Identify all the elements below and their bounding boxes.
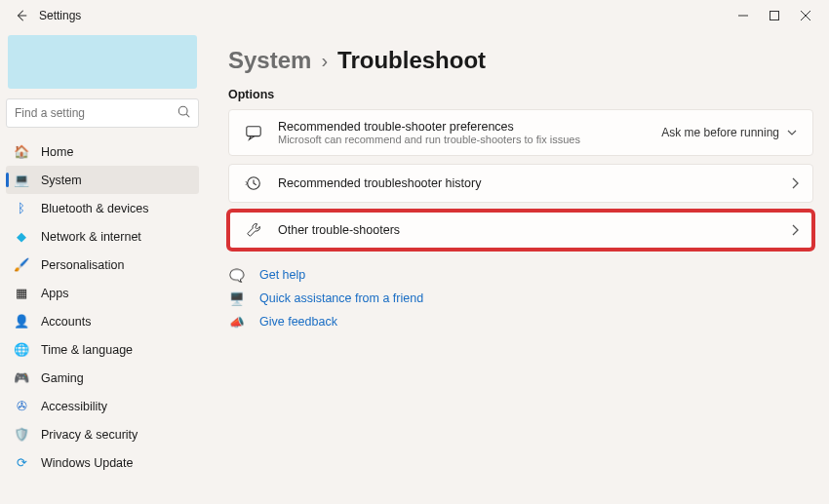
card-preferences[interactable]: Recommended trouble-shooter preferences … xyxy=(228,109,813,156)
nav-apps[interactable]: ▦Apps xyxy=(6,279,199,307)
accounts-icon: 👤 xyxy=(14,314,29,330)
shield-icon: 🛡️ xyxy=(14,427,29,443)
nav-system[interactable]: 💻System xyxy=(6,166,199,194)
maximize-button[interactable] xyxy=(759,0,790,31)
svg-point-4 xyxy=(178,106,187,115)
section-options-label: Options xyxy=(228,88,813,101)
card-title: Other trouble-shooters xyxy=(278,223,777,237)
back-arrow-icon xyxy=(15,9,28,22)
nav-label: System xyxy=(41,174,82,187)
main-content: System › Troubleshoot Options Recommende… xyxy=(205,31,829,504)
nav-personalisation[interactable]: 🖌️Personalisation xyxy=(6,251,199,279)
page-title: Troubleshoot xyxy=(337,47,486,74)
preferences-dropdown[interactable]: Ask me before running xyxy=(659,124,799,141)
card-title: Recommended troubleshooter history xyxy=(278,176,777,190)
nav-label: Privacy & security xyxy=(41,428,138,442)
minimize-icon xyxy=(738,11,748,20)
help-links: 🗨️Get help 🖥️Quick assistance from a fri… xyxy=(228,263,813,333)
gaming-icon: 🎮 xyxy=(14,370,29,386)
time-icon: 🌐 xyxy=(14,342,29,358)
sidebar: 🏠Home 💻System ᛒBluetooth & devices ◆Netw… xyxy=(0,31,205,504)
nav-list: 🏠Home 💻System ᛒBluetooth & devices ◆Netw… xyxy=(6,137,199,477)
chevron-right-icon xyxy=(791,224,799,236)
breadcrumb-separator: › xyxy=(321,50,328,72)
svg-rect-6 xyxy=(247,127,260,136)
nav-time[interactable]: 🌐Time & language xyxy=(6,335,199,364)
history-icon xyxy=(243,174,264,192)
nav-label: Time & language xyxy=(41,343,133,357)
svg-line-5 xyxy=(186,114,189,117)
wifi-icon: ◆ xyxy=(14,229,29,245)
search-input[interactable] xyxy=(6,98,199,128)
link-label: Give feedback xyxy=(259,315,337,329)
close-button[interactable] xyxy=(790,0,821,31)
nav-label: Network & internet xyxy=(41,230,141,244)
search-container xyxy=(6,98,199,128)
help-icon: 🗨️ xyxy=(228,268,246,283)
close-icon xyxy=(801,11,810,20)
card-other-troubleshooters[interactable]: Other trouble-shooters xyxy=(228,211,813,250)
chevron-down-icon xyxy=(787,128,797,137)
card-title: Recommended trouble-shooter preferences xyxy=(278,120,646,134)
link-get-help[interactable]: 🗨️Get help xyxy=(228,263,813,287)
nav-label: Home xyxy=(41,145,73,159)
nav-bluetooth[interactable]: ᛒBluetooth & devices xyxy=(6,194,199,222)
card-history[interactable]: Recommended troubleshooter history xyxy=(228,164,813,203)
feedback-icon: 📣 xyxy=(228,315,246,330)
back-button[interactable] xyxy=(8,9,35,22)
update-icon: ⟳ xyxy=(14,455,29,471)
assist-icon: 🖥️ xyxy=(228,291,246,306)
titlebar: Settings xyxy=(0,0,829,31)
accessibility-icon: ✇ xyxy=(14,399,29,414)
card-desc: Microsoft can recommend and run trouble-… xyxy=(278,134,646,145)
nav-label: Bluetooth & devices xyxy=(41,202,149,215)
search-icon xyxy=(178,105,191,119)
nav-home[interactable]: 🏠Home xyxy=(6,137,199,166)
minimize-button[interactable] xyxy=(728,0,759,31)
dropdown-value: Ask me before running xyxy=(661,126,779,139)
nav-label: Gaming xyxy=(41,371,84,385)
maximize-icon xyxy=(770,11,779,20)
nav-update[interactable]: ⟳Windows Update xyxy=(6,448,199,477)
nav-label: Accessibility xyxy=(41,400,107,413)
message-icon xyxy=(243,124,264,141)
breadcrumb: System › Troubleshoot xyxy=(228,47,813,74)
nav-gaming[interactable]: 🎮Gaming xyxy=(6,364,199,392)
svg-rect-1 xyxy=(770,12,779,20)
chevron-right-icon xyxy=(791,177,799,189)
wrench-icon xyxy=(243,221,264,239)
link-quick-assist[interactable]: 🖥️Quick assistance from a friend xyxy=(228,287,813,310)
link-label: Get help xyxy=(259,268,305,282)
user-profile-box[interactable] xyxy=(8,35,197,89)
nav-label: Personalisation xyxy=(41,258,124,272)
nav-label: Accounts xyxy=(41,315,91,329)
nav-accounts[interactable]: 👤Accounts xyxy=(6,307,199,335)
paint-icon: 🖌️ xyxy=(14,257,29,273)
apps-icon: ▦ xyxy=(14,286,29,301)
system-icon: 💻 xyxy=(14,173,29,188)
breadcrumb-parent[interactable]: System xyxy=(228,47,311,74)
nav-network[interactable]: ◆Network & internet xyxy=(6,222,199,251)
link-feedback[interactable]: 📣Give feedback xyxy=(228,310,813,333)
nav-privacy[interactable]: 🛡️Privacy & security xyxy=(6,420,199,448)
link-label: Quick assistance from a friend xyxy=(259,291,423,305)
nav-label: Apps xyxy=(41,287,69,300)
window-title: Settings xyxy=(39,9,81,22)
nav-label: Windows Update xyxy=(41,456,134,470)
nav-accessibility[interactable]: ✇Accessibility xyxy=(6,392,199,420)
bluetooth-icon: ᛒ xyxy=(14,201,29,216)
home-icon: 🏠 xyxy=(14,144,29,160)
